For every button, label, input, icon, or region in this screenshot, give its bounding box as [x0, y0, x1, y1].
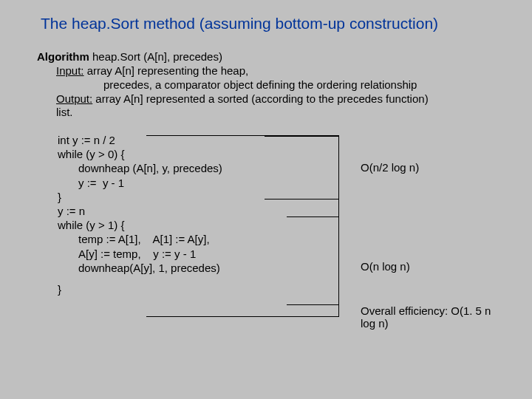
code-line: downheap(A[y], 1, precedes)	[58, 261, 495, 275]
code-line: while (y > 1) {	[58, 218, 495, 232]
code-line: A[y] := temp, y := y - 1	[58, 247, 495, 261]
code-line: int y := n / 2	[58, 133, 495, 147]
algorithm-signature: heap.Sort (A[n], precedes)	[89, 50, 222, 63]
algorithm-heading: Algorithm heap.Sort (A[n], precedes)	[37, 50, 495, 63]
code-line: temp := A[1], A[1] := A[y],	[58, 232, 495, 246]
code-block: O(n/2 log n) O(n log n) Overall efficien…	[58, 133, 495, 296]
output-continuation: list.	[56, 106, 495, 120]
output-text: array A[n] represented a sorted (accordi…	[92, 92, 428, 105]
output-label: Output:	[56, 92, 92, 105]
annotation-overall: Overall efficiency: O(1. 5 n log n)	[361, 304, 495, 330]
input-continuation: precedes, a comparator object defining t…	[103, 78, 495, 92]
code-line: while (y > 0) {	[58, 147, 495, 161]
input-text: array A[n] representing the heap,	[84, 64, 249, 77]
output-line: Output: array A[n] represented a sorted …	[56, 92, 495, 106]
input-line: Input: array A[n] representing the heap,	[56, 64, 495, 78]
code-line: y := y - 1	[58, 176, 495, 190]
code-line: downheap (A[n], y, precedes)	[58, 161, 495, 175]
code-line: }	[58, 190, 495, 204]
slide-title: The heap.Sort method (assuming bottom-up…	[41, 15, 495, 33]
code-line: }	[58, 282, 495, 296]
code-line: y := n	[58, 204, 495, 218]
slide: The heap.Sort method (assuming bottom-up…	[0, 0, 532, 399]
algorithm-keyword: Algorithm	[37, 50, 89, 63]
input-label: Input:	[56, 64, 84, 77]
